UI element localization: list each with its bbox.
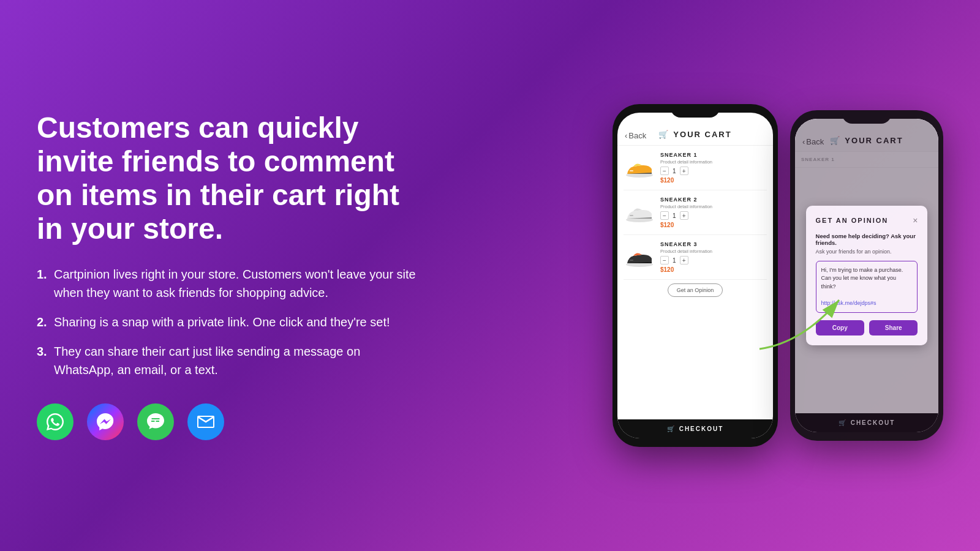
checkout-bar-1[interactable]: 🛒 CHECKOUT [617, 419, 773, 438]
get-opinion-button-1[interactable]: Get an Opinion [668, 283, 723, 297]
cart-item-2: SNEAKER 2 Product detail information − 1… [624, 190, 767, 235]
cart-icon-1: 🛒 [658, 130, 669, 139]
qty-control-2: − 1 + [660, 211, 767, 220]
modal-header: GET AN OPINION × [816, 216, 918, 225]
qty-minus-2[interactable]: − [660, 211, 669, 220]
svg-rect-3 [630, 215, 633, 216]
modal-overlay: GET AN OPINION × Need some help deciding… [795, 119, 938, 432]
qty-minus-1[interactable]: − [660, 167, 669, 175]
phone-2: ‹ Back 🛒 YOUR CART SNEAKER 1 GET AN OPIN… [790, 110, 943, 441]
phone-1: ‹ Back 🛒 YOUR CART [612, 104, 778, 447]
svg-rect-1 [630, 170, 633, 171]
item-1-info: SNEAKER 1 Product detail information − 1… [660, 152, 767, 184]
qty-plus-3[interactable]: + [680, 256, 688, 264]
qty-control-3: − 1 + [660, 256, 767, 264]
whatsapp-icon [37, 403, 74, 440]
sneaker-3-svg [624, 246, 655, 268]
share-link: http://ask.me/dejdps#s [821, 300, 876, 306]
cart-item-3: SNEAKER 3 Product detail information − 1… [624, 235, 767, 280]
message-box[interactable]: Hi, I'm trying to make a purchase. Can y… [816, 261, 918, 313]
cart-item-1: SNEAKER 1 Product detail information − 1… [624, 146, 767, 190]
qty-plus-1[interactable]: + [680, 167, 688, 175]
phones-wrapper: ‹ Back 🛒 YOUR CART [612, 104, 943, 447]
qty-num-1: 1 [673, 168, 676, 174]
svg-rect-5 [630, 260, 633, 261]
feature-2: Sharing is a snap with a private link. O… [37, 313, 417, 331]
messenger-icon [87, 403, 124, 440]
imessage-icon [137, 403, 174, 440]
qty-plus-2[interactable]: + [680, 211, 688, 220]
opinion-modal: GET AN OPINION × Need some help deciding… [806, 206, 928, 346]
item-3-info: SNEAKER 3 Product detail information − 1… [660, 241, 767, 273]
modal-actions: Copy Share [816, 320, 918, 335]
cart-title-1: 🛒 YOUR CART [658, 130, 731, 139]
item-3-img [624, 245, 655, 269]
feature-3: They can share their cart just like send… [37, 342, 417, 379]
feature-1: Cartpinion lives right in your store. Cu… [37, 265, 417, 302]
social-icons [37, 403, 417, 440]
share-button[interactable]: Share [869, 320, 918, 335]
email-icon [187, 403, 224, 440]
main-heading: Customers can quickly invite friends to … [37, 111, 417, 246]
sneaker-1-svg [624, 157, 655, 179]
close-button[interactable]: × [913, 216, 918, 225]
checkout-icon-1: 🛒 [667, 425, 676, 432]
copy-button[interactable]: Copy [816, 320, 864, 335]
phone-2-screen: ‹ Back 🛒 YOUR CART SNEAKER 1 GET AN OPIN… [795, 119, 938, 432]
qty-num-2: 1 [673, 212, 676, 219]
left-panel: Customers can quickly invite friends to … [37, 111, 417, 441]
phone-1-screen: ‹ Back 🛒 YOUR CART [617, 113, 773, 438]
cart-items-1: SNEAKER 1 Product detail information − 1… [617, 146, 773, 419]
item-2-img [624, 200, 655, 225]
item-1-img [624, 156, 655, 180]
qty-minus-3[interactable]: − [660, 256, 669, 264]
item-2-info: SNEAKER 2 Product detail information − 1… [660, 197, 767, 228]
cart-header-1: ‹ Back 🛒 YOUR CART [617, 113, 773, 146]
features-list: Cartpinion lives right in your store. Cu… [37, 265, 417, 379]
qty-control-1: − 1 + [660, 167, 767, 175]
sneaker-2-svg [624, 201, 655, 223]
back-button-1[interactable]: ‹ Back [625, 131, 646, 140]
qty-num-3: 1 [673, 257, 676, 264]
